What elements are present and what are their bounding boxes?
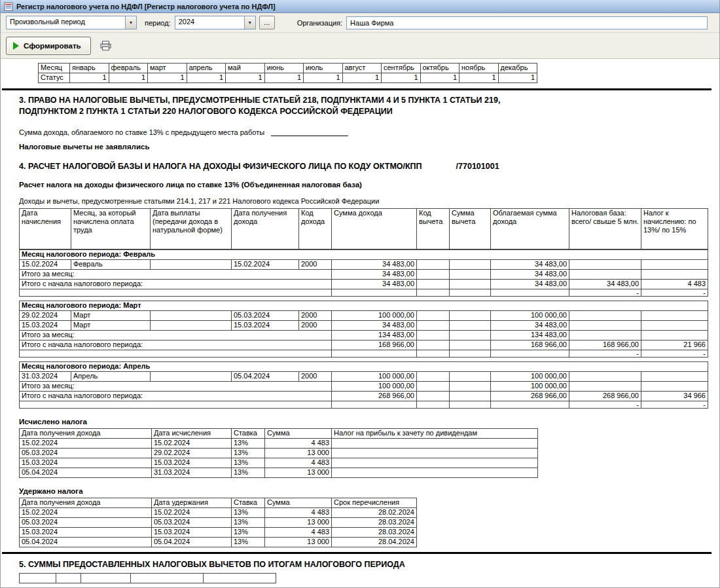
period-picker-button[interactable]: ...	[259, 16, 275, 29]
period-value: 2024	[175, 16, 244, 29]
months-status-table: Месяц январь февраль март апрель май июн…	[38, 63, 537, 83]
table-row: 15.02.2024 Февраль 15.02.2024 2000 34 48…	[20, 260, 708, 270]
action-toolbar: Сформировать	[1, 33, 719, 59]
report-icon	[4, 2, 13, 11]
over-5m-row: - -	[20, 350, 708, 358]
printer-icon	[100, 41, 111, 51]
prev-income-blank	[271, 128, 348, 136]
filter-toolbar: Произвольный период ▼ период: 2024 ▼ ...…	[1, 13, 719, 33]
status-row: Статус 1 1 1 1 1 1 1 1 1 1 1 1	[39, 73, 537, 83]
month-total-row: Итого за месяц: 134 483,00 134 483,00	[20, 331, 708, 340]
period-total-row: Итого с начала налогового периода: 168 9…	[20, 340, 708, 350]
group-title-row: Месяц налогового периода: Февраль	[20, 250, 708, 260]
organization-label: Организация:	[297, 19, 342, 27]
months-row: Месяц январь февраль март апрель май июн…	[39, 64, 537, 73]
section3-heading-line1: 3. ПРАВО НА НАЛОГОВЫЕ ВЫЧЕТЫ, ПРЕДУСМОТР…	[19, 95, 720, 106]
oktmo-kpp-value: /770101001	[456, 162, 499, 171]
section5-heading: 5. СУММЫ ПРЕДОСТАВЛЕННЫХ НАЛОГОВЫХ ВЫЧЕТ…	[19, 559, 720, 570]
calc-header-row: Дата начисления Месяц, за который начисл…	[20, 209, 708, 249]
period-type-select[interactable]: Произвольный период ▼	[6, 16, 137, 29]
chevron-down-icon[interactable]: ▼	[244, 16, 255, 29]
accrued-tax-title: Исчислено налога	[19, 418, 720, 426]
over-5m-row: - -	[20, 289, 708, 297]
prev-income-line: Сумма дохода, облагаемого по ставке 13% …	[19, 128, 720, 136]
section3-heading: 3. ПРАВО НА НАЛОГОВЫЕ ВЫЧЕТЫ, ПРЕДУСМОТР…	[19, 95, 720, 117]
chevron-down-icon[interactable]: ▼	[125, 16, 136, 29]
section4-heading: 4. РАСЧЕТ НАЛОГОВОЙ БАЗЫ И НАЛОГА НА ДОХ…	[19, 161, 720, 172]
no-deductions-text: Налоговые вычеты не заявлялись	[19, 143, 720, 151]
period-label: период:	[145, 19, 171, 27]
section-divider	[2, 552, 711, 554]
period-type-value: Произвольный период	[7, 16, 125, 29]
calc-group-march: Месяц налогового периода: Март 29.02.202…	[19, 301, 708, 358]
report-area: Месяц январь февраль март апрель май июн…	[1, 59, 720, 587]
table-row: 29.02.2024 Март 05.03.2024 2000 100 000,…	[20, 311, 708, 321]
withheld-header-row: Дата получения дохода Дата удержания Ста…	[20, 498, 417, 508]
window-title: Регистр налогового учета по НДФЛ [Регист…	[16, 3, 276, 10]
play-icon	[13, 42, 19, 50]
table-row: 31.03.2024 Апрель 05.04.2024 2000 100 00…	[20, 372, 708, 382]
month-total-row: Итого за месяц: 34 483,00 34 483,00	[20, 270, 708, 280]
table-row: 15.02.202415.02.202413%4 483	[20, 439, 538, 449]
table-row: 05.03.202405.03.202413%13 00028.03.2024	[20, 518, 417, 528]
period-select[interactable]: 2024 ▼	[175, 16, 256, 29]
accrued-header-row: Дата получения дохода Дата исчисления Ст…	[20, 429, 538, 439]
generate-button[interactable]: Сформировать	[6, 37, 91, 55]
table-row	[20, 574, 276, 583]
organization-input[interactable]	[346, 16, 708, 29]
calc-group-february: Месяц налогового периода: Февраль 15.02.…	[19, 249, 708, 297]
table-row: 05.03.202429.02.202413%13 000	[20, 449, 538, 458]
prev-income-label: Сумма дохода, облагаемого по ставке 13% …	[19, 128, 264, 136]
group-title-row: Месяц налогового периода: Март	[20, 301, 708, 311]
app-window: Регистр налогового учета по НДФЛ [Регист…	[0, 0, 720, 588]
calc-group-april: Месяц налогового периода: Апрель 31.03.2…	[19, 361, 708, 409]
print-button[interactable]	[98, 38, 115, 54]
section4-heading-text: 4. РАСЧЕТ НАЛОГОВОЙ БАЗЫ И НАЛОГА НА ДОХ…	[19, 162, 422, 171]
section5-partial-table	[19, 573, 276, 583]
over-5m-row: - -	[20, 401, 708, 409]
period-total-row: Итого с начала налогового периода: 34 48…	[20, 280, 708, 289]
month-total-row: Итого за месяц: 100 000,00 100 000,00	[20, 382, 708, 392]
table-row: 05.04.202431.03.202413%13 000	[20, 468, 538, 478]
table-row: 15.02.202415.02.202413%4 48328.02.2024	[20, 508, 417, 518]
group-title-row: Месяц налогового периода: Апрель	[20, 362, 708, 372]
withheld-tax-table: Дата получения дохода Дата удержания Ста…	[19, 498, 417, 547]
withheld-tax-title: Удержано налога	[19, 487, 720, 495]
section4-subheading: Расчет налога на доходы физического лица…	[19, 181, 720, 189]
table-row: 05.04.202405.04.202413%13 00028.04.2024	[20, 538, 417, 547]
table-row: 15.03.202415.03.202413%4 48328.03.2024	[20, 528, 417, 538]
accrued-tax-table: Дата получения дохода Дата исчисления Ст…	[19, 428, 538, 478]
section4-note: Доходы и вычеты, предусмотренные статьям…	[19, 197, 720, 205]
table-row: 15.03.202415.03.202413%4 483	[20, 458, 538, 468]
period-total-row: Итого с начала налогового периода: 268 9…	[20, 392, 708, 401]
table-row: 15.03.2024 Март 15.03.2024 2000 34 483,0…	[20, 321, 708, 331]
section-divider	[2, 88, 711, 90]
window-titlebar[interactable]: Регистр налогового учета по НДФЛ [Регист…	[1, 0, 719, 13]
section3-heading-line2: ПОДПУНКТОМ 2 ПУНКТА 1 СТАТЬИ 220 НАЛОГОВ…	[19, 106, 720, 117]
calc-table-header: Дата начисления Месяц, за который начисл…	[19, 208, 708, 249]
generate-button-label: Сформировать	[24, 42, 81, 50]
